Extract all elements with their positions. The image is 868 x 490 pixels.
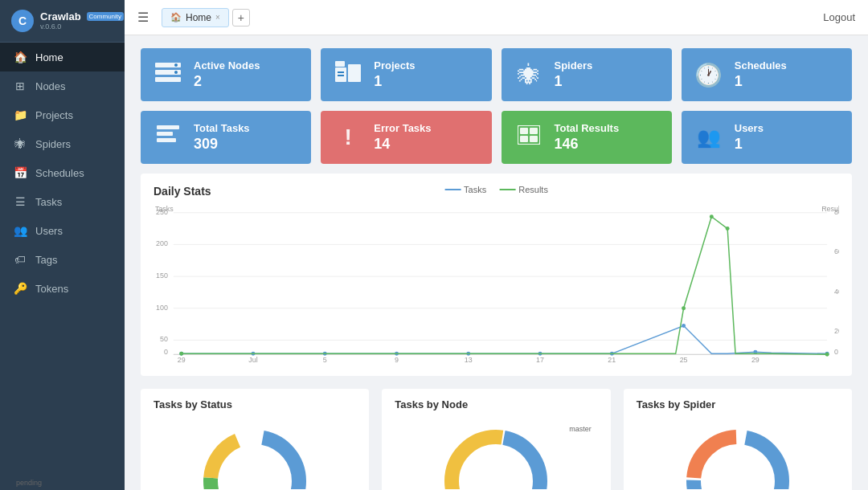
spiders-stat-icon: 🕷 — [514, 62, 543, 88]
sidebar-item-tags[interactable]: 🏷 Tags — [0, 245, 125, 274]
daily-stats-chart: Daily Stats Tasks Results 250 200 150 10… — [141, 174, 852, 376]
tab-home[interactable]: 🏠 Home × — [162, 8, 229, 27]
total-tasks-icon — [154, 125, 182, 150]
sidebar-label-spiders: Spiders — [35, 138, 71, 150]
svg-text:0: 0 — [834, 348, 838, 356]
bottom-charts-row: Tasks by Status pending Tasks by Node — [141, 389, 852, 490]
sidebar-label-schedules: Schedules — [35, 167, 84, 179]
sidebar-item-tasks[interactable]: ☰ Tasks — [0, 187, 125, 216]
logout-button[interactable]: Logout — [823, 11, 855, 23]
stat-users: 👥 Users 1 — [682, 111, 852, 164]
tasks-by-node-chart: Tasks by Node master — [382, 389, 610, 490]
legend-tasks: Tasks — [444, 185, 486, 194]
donut-svg-node — [444, 417, 548, 489]
stat-schedules: 🕐 Schedules 1 — [682, 48, 852, 101]
users-icon: 👥 — [13, 224, 27, 237]
stat-projects: Projects 1 — [321, 48, 491, 101]
svg-rect-16 — [520, 136, 528, 142]
svg-text:25: 25 — [680, 356, 688, 364]
total-results-label: Total Results — [555, 122, 620, 134]
tags-icon: 🏷 — [13, 253, 27, 266]
sidebar-label-projects: Projects — [35, 109, 73, 121]
sidebar-item-schedules[interactable]: 📅 Schedules — [0, 158, 125, 187]
svg-rect-7 — [335, 61, 345, 67]
total-results-info: Total Results 146 — [555, 122, 620, 153]
tab-close-button[interactable]: × — [215, 13, 220, 22]
schedules-value: 1 — [735, 73, 787, 90]
total-tasks-info: Total Tasks 309 — [194, 122, 250, 153]
active-nodes-icon — [154, 63, 182, 88]
svg-point-60 — [825, 353, 829, 357]
sidebar-header: C Crawlab Community v.0.6.0 — [0, 0, 125, 43]
svg-point-57 — [682, 306, 686, 310]
active-nodes-info: Active Nodes 2 — [194, 59, 260, 90]
svg-text:100: 100 — [156, 304, 168, 312]
sidebar-item-projects[interactable]: 📁 Projects — [0, 100, 125, 129]
svg-point-56 — [179, 352, 183, 356]
users-label: Users — [735, 122, 764, 134]
tokens-icon: 🔑 — [13, 282, 27, 295]
svg-text:20: 20 — [834, 327, 839, 335]
svg-text:0: 0 — [164, 348, 168, 356]
spiders-info: Spiders 1 — [555, 59, 593, 90]
sidebar-label-tokens: Tokens — [35, 283, 68, 295]
users-stat-icon: 👥 — [694, 126, 723, 149]
svg-text:Jul: Jul — [248, 356, 257, 364]
chart-legend: Tasks Results — [444, 185, 548, 194]
svg-rect-14 — [520, 128, 528, 134]
stat-spiders: 🕷 Spiders 1 — [502, 48, 672, 101]
tasks-by-status-title: Tasks by Status — [154, 398, 356, 410]
svg-text:21: 21 — [608, 356, 616, 364]
svg-rect-10 — [157, 125, 179, 129]
svg-rect-11 — [157, 132, 173, 136]
legend-tasks-dot — [444, 189, 461, 190]
tab-add-button[interactable]: + — [232, 9, 250, 27]
tasks-by-node-donut: master — [395, 417, 597, 489]
projects-stat-icon — [334, 61, 362, 89]
tasks-by-status-chart: Tasks by Status pending — [141, 389, 369, 490]
sidebar: C Crawlab Community v.0.6.0 🏠 Home ⊞ Nod… — [0, 0, 125, 490]
svg-rect-15 — [530, 128, 538, 134]
svg-text:5: 5 — [323, 356, 327, 364]
svg-text:9: 9 — [395, 356, 399, 364]
app-logo: C — [11, 10, 34, 32]
error-tasks-info: Error Tasks 14 — [374, 122, 431, 153]
stat-error-tasks: ! Error Tasks 14 — [321, 111, 491, 164]
total-results-value: 146 — [555, 136, 620, 153]
svg-point-59 — [726, 227, 730, 231]
app-name: Crawlab — [40, 10, 81, 23]
home-icon: 🏠 — [13, 51, 27, 63]
total-results-icon — [514, 125, 543, 150]
master-label: master — [569, 425, 592, 433]
tasks-by-node-title: Tasks by Node — [395, 398, 597, 410]
sidebar-label-tags: Tags — [35, 254, 57, 266]
tasks-by-spider-donut — [637, 417, 839, 489]
error-tasks-icon: ! — [334, 125, 362, 150]
tab-home-icon: 🏠 — [170, 12, 182, 22]
sidebar-item-home[interactable]: 🏠 Home — [0, 43, 125, 71]
sidebar-item-tokens[interactable]: 🔑 Tokens — [0, 274, 125, 303]
projects-info: Projects 1 — [374, 59, 415, 90]
svg-text:13: 13 — [465, 356, 473, 364]
users-info: Users 1 — [735, 122, 764, 153]
stat-cards-row-1: Active Nodes 2 Projects 1 — [141, 48, 852, 101]
tasks-icon: ☰ — [13, 195, 27, 208]
sidebar-label-home: Home — [35, 51, 63, 63]
legend-tasks-label: Tasks — [464, 185, 486, 194]
tab-bar: 🏠 Home × + — [162, 8, 250, 27]
svg-point-3 — [174, 63, 178, 67]
svg-text:17: 17 — [536, 356, 544, 364]
sidebar-item-spiders[interactable]: 🕷 Spiders — [0, 129, 125, 158]
projects-label: Projects — [374, 59, 415, 71]
sidebar-label-tasks: Tasks — [35, 196, 62, 208]
svg-text:Tasks: Tasks — [155, 205, 174, 213]
app-version: v.0.6.0 — [40, 22, 124, 31]
tasks-by-spider-title: Tasks by Spider — [637, 398, 839, 410]
spiders-icon: 🕷 — [13, 137, 27, 150]
app-badge: Community — [87, 12, 124, 21]
schedules-icon: 📅 — [13, 166, 27, 179]
total-tasks-value: 309 — [194, 136, 250, 153]
sidebar-item-users[interactable]: 👥 Users — [0, 216, 125, 245]
sidebar-item-nodes[interactable]: ⊞ Nodes — [0, 71, 125, 100]
menu-icon[interactable]: ☰ — [137, 10, 149, 25]
